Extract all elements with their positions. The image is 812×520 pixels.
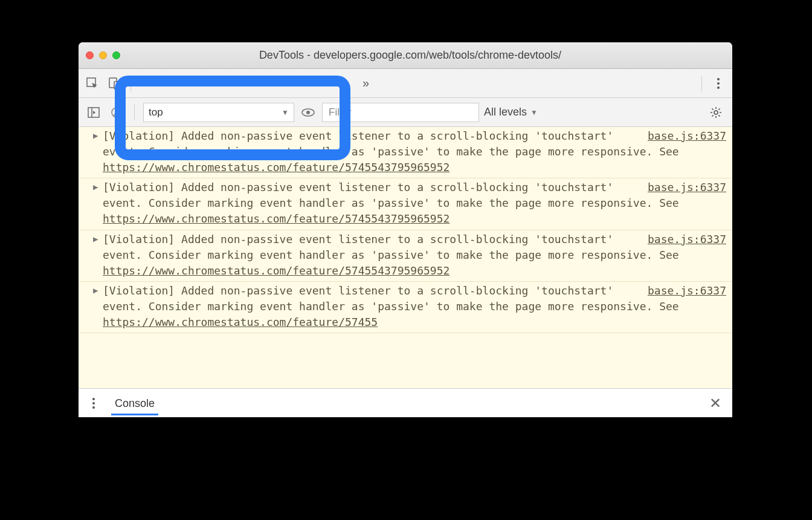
window-zoom-button[interactable] [112,51,120,59]
tab-network[interactable]: Network [204,77,265,89]
log-source-link[interactable]: base.js:6337 [648,232,726,247]
tab-performance[interactable]: Performance [269,77,353,89]
log-message-text: [Violation] Added non-passive event list… [103,181,679,225]
console-toolbar: top ▼ All levels ▼ [79,98,732,127]
window-titlebar: DevTools - developers.google.com/web/too… [79,42,732,69]
chevron-down-icon: ▼ [282,108,289,117]
svg-point-23 [92,406,95,409]
log-source-link[interactable]: base.js:6337 [648,128,726,144]
log-message-link[interactable]: https://www.chromestatus.com/feature/574… [103,264,450,277]
svg-line-20 [718,108,720,109]
drawer-tab-label: Console [115,397,155,409]
separator [130,76,131,91]
window-minimize-button[interactable] [99,51,107,59]
context-selector[interactable]: top ▼ [143,103,294,122]
svg-line-18 [718,115,720,116]
devtools-window: DevTools - developers.google.com/web/too… [79,42,732,417]
console-log-row[interactable]: ▶base.js:6337[Violation] Added non-passi… [79,127,732,178]
expand-caret-icon[interactable]: ▶ [93,284,98,296]
svg-point-5 [717,86,720,89]
log-message-text: [Violation] Added non-passive event list… [103,233,679,277]
svg-point-3 [717,78,720,80]
log-message-link[interactable]: https://www.chromestatus.com/feature/574… [103,212,450,225]
svg-line-17 [712,108,714,109]
console-log-row[interactable]: ▶base.js:6337[Violation] Added non-passi… [79,282,732,333]
panel-tabs: Sources Network Performance » [79,69,732,98]
console-filter-input[interactable] [322,103,479,122]
drawer-tab-console[interactable]: Console [111,391,158,415]
context-selector-value: top [149,106,163,119]
log-message-text: [Violation] Added non-passive event list… [103,129,679,174]
kebab-menu-icon[interactable] [709,74,727,93]
drawer-close-icon[interactable]: ✕ [704,392,726,414]
console-log-list: ▶base.js:6337[Violation] Added non-passi… [79,127,732,388]
log-source-link[interactable]: base.js:6337 [648,283,726,299]
drawer-bar: Console ✕ [79,388,732,417]
svg-point-21 [92,398,95,400]
svg-line-9 [114,109,120,115]
chevron-down-icon: ▼ [530,108,538,117]
clear-console-icon[interactable] [108,103,126,122]
window-title: DevTools - developers.google.com/web/too… [126,49,725,62]
console-log-row[interactable]: ▶base.js:6337[Violation] Added non-passi… [79,178,732,230]
window-traffic-lights [86,51,120,59]
svg-line-19 [712,115,714,116]
svg-point-12 [714,111,718,114]
log-message-text: [Violation] Added non-passive event list… [103,284,679,328]
svg-rect-2 [114,82,119,89]
window-close-button[interactable] [86,51,94,59]
separator [701,76,702,91]
separator [134,105,135,120]
expand-caret-icon[interactable]: ▶ [93,129,98,141]
log-levels-label: All levels [484,106,527,119]
svg-point-11 [306,111,310,114]
device-toolbar-icon[interactable] [105,74,123,93]
tabs-overflow-icon[interactable]: » [356,76,375,90]
log-message-link[interactable]: https://www.chromestatus.com/feature/574… [103,316,378,328]
svg-point-4 [717,82,720,85]
svg-point-22 [92,402,95,405]
log-message-link[interactable]: https://www.chromestatus.com/feature/574… [103,161,450,174]
expand-caret-icon[interactable]: ▶ [93,181,98,193]
log-levels-dropdown[interactable]: All levels ▼ [484,106,538,119]
tab-sources[interactable]: Sources [138,77,200,89]
show-console-sidebar-icon[interactable] [85,103,103,122]
live-expression-icon[interactable] [299,103,317,122]
expand-caret-icon[interactable]: ▶ [93,233,98,245]
inspect-element-icon[interactable] [83,74,102,93]
console-log-row[interactable]: ▶base.js:6337[Violation] Added non-passi… [79,230,732,282]
drawer-kebab-menu-icon[interactable] [85,394,103,412]
console-settings-gear-icon[interactable] [708,103,726,122]
log-source-link[interactable]: base.js:6337 [648,180,726,195]
